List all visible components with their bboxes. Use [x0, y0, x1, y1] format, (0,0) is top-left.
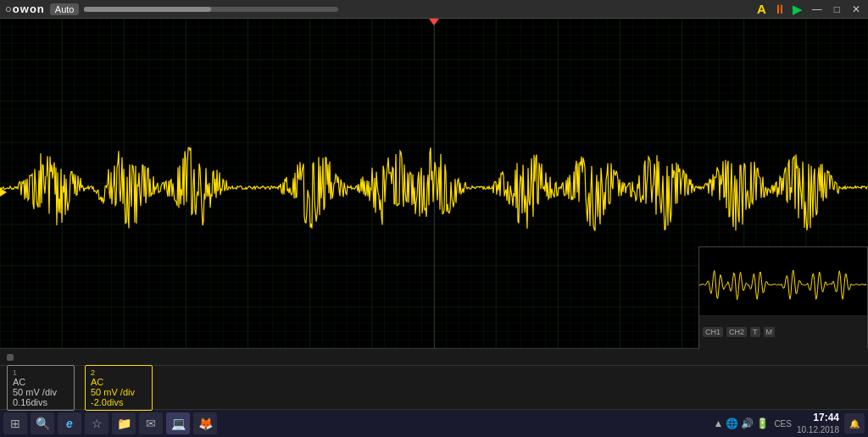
taskbar-right: ▲ 🌐 🔊 🔋 CES 17:44 10.12.2018 🔔 — [713, 412, 865, 436]
mini-badge-ch1: CH1 — [703, 327, 723, 337]
language-indicator[interactable]: CES — [774, 419, 792, 429]
mini-badge-m: M — [764, 327, 776, 337]
ch2-marker — [0, 188, 7, 196]
owon-logo-o: ○ — [5, 3, 13, 15]
up-arrow-icon[interactable]: ▲ — [713, 418, 723, 429]
ch2-offset: -2.0divs — [91, 397, 147, 407]
system-tray: ▲ 🌐 🔊 🔋 — [713, 418, 769, 429]
ch2-box[interactable]: 2 AC 50 mV /div -2.0divs — [85, 365, 153, 411]
search-button[interactable]: 🔍 — [31, 412, 54, 434]
mail-button[interactable]: ✉ — [139, 412, 163, 434]
taskbar-left: ⊞ 🔍 e ☆ 📁 ✉ 💻 🦊 — [3, 412, 217, 434]
mode-badge[interactable]: Auto — [50, 3, 80, 15]
ch1-box[interactable]: 1 AC 50 mV /div 0.16divs — [7, 365, 75, 411]
mini-preview[interactable]: CH1 CH2 T M — [698, 246, 868, 348]
channel-info: 1 AC 50 mV /div 0.16divs 2 AC 50 mV /div… — [0, 366, 868, 410]
date-display: 10.12.2018 — [797, 424, 839, 435]
clock: 17:44 10.12.2018 — [797, 412, 839, 436]
title-bar-left: ○owon Auto — [5, 3, 338, 15]
edge-button[interactable]: e — [58, 412, 81, 434]
mini-waveform — [699, 247, 867, 315]
run-button[interactable]: ▶ — [793, 2, 803, 17]
trigger-progress — [84, 7, 338, 12]
scope-area: CH1 CH2 T M — [0, 19, 868, 349]
start-button[interactable]: ⊞ — [3, 412, 27, 434]
mini-badge-t: T — [750, 327, 760, 337]
maximize-button[interactable]: □ — [832, 3, 843, 15]
ch1-scale: 50 mV /div — [13, 387, 69, 397]
notification-button[interactable]: 🔔 — [844, 413, 865, 434]
ch1-number: 1 — [13, 368, 69, 377]
ch1-offset: 0.16divs — [13, 397, 69, 407]
volume-icon[interactable]: 🔊 — [741, 418, 754, 429]
channel-a-indicator: A — [757, 2, 766, 16]
battery-icon[interactable]: 🔋 — [756, 418, 769, 429]
mini-preview-inner — [699, 247, 867, 315]
folder-button[interactable]: 📁 — [112, 412, 136, 434]
network-icon[interactable]: 🌐 — [726, 418, 738, 429]
ch2-coupling: AC — [91, 377, 147, 387]
owon-logo: ○owon — [5, 3, 45, 15]
ch1-coupling: AC — [13, 377, 69, 387]
scope-status — [0, 349, 868, 366]
pc-button[interactable]: 💻 — [166, 412, 190, 434]
close-button[interactable]: ✕ — [849, 3, 863, 15]
mini-badge-ch2: CH2 — [726, 327, 747, 337]
pause-button[interactable]: ⏸ — [773, 2, 786, 16]
title-bar-right: A ⏸ ▶ — □ ✕ — [757, 2, 863, 17]
ch2-scale: 50 mV /div — [91, 387, 147, 397]
ch2-number: 2 — [91, 368, 147, 377]
title-bar: ○owon Auto A ⏸ ▶ — □ ✕ — [0, 0, 868, 19]
status-dot — [7, 354, 14, 361]
minimize-button[interactable]: — — [810, 3, 825, 15]
firefox-button[interactable]: 🦊 — [193, 412, 217, 434]
taskbar: ⊞ 🔍 e ☆ 📁 ✉ 💻 🦊 ▲ 🌐 🔊 🔋 CES 17:44 10.12.… — [0, 410, 868, 437]
mini-preview-bottom: CH1 CH2 T M — [699, 315, 867, 349]
time-display: 17:44 — [797, 412, 839, 425]
trigger-progress-bar — [84, 7, 211, 12]
store-button[interactable]: ☆ — [85, 412, 108, 434]
ch2-arrow — [0, 188, 7, 196]
